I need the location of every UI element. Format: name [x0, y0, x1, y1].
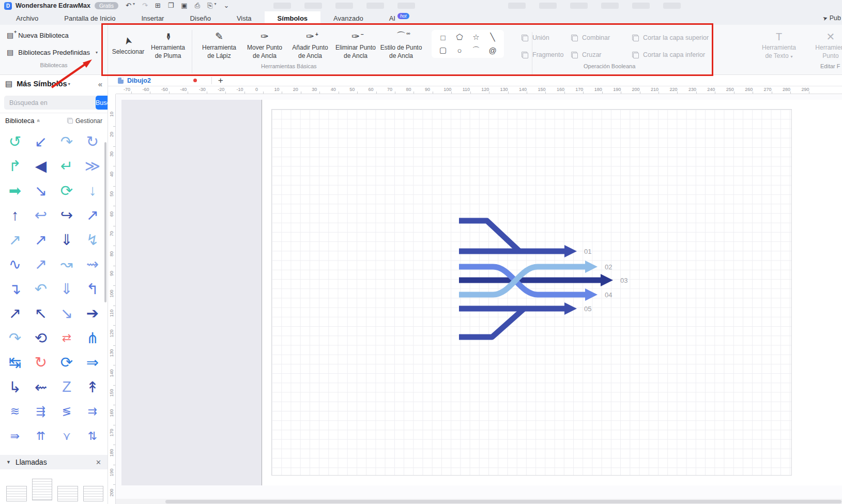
seleccionar-button[interactable]: ➤Seleccionar: [111, 28, 145, 56]
cortar-la-capa-inferior-button[interactable]: Cortar la capa inferior: [632, 51, 723, 58]
arrow-symbol[interactable]: ↘: [28, 178, 54, 203]
arrow-symbol[interactable]: ↶: [28, 277, 54, 301]
arrow-symbol[interactable]: ↴: [2, 277, 28, 301]
horizontal-scrollbar[interactable]: [116, 499, 842, 504]
arrow-symbol[interactable]: ↗: [28, 227, 54, 252]
arrow-symbol[interactable]: ⇓: [54, 277, 80, 301]
flow-merge-diagram[interactable]: 01 02 03 04 05: [116, 94, 842, 499]
añadir-punto-de-ancla-button[interactable]: ✑+Añadir Puntode Ancla: [287, 28, 333, 60]
arrow-symbol[interactable]: ⇝: [80, 252, 105, 277]
arrow-symbol[interactable]: ↙: [28, 129, 54, 154]
new-document-icon[interactable]: ⊞: [155, 2, 161, 10]
arrow-symbol[interactable]: ↻: [28, 350, 54, 375]
rounded-rectangle-shape-icon[interactable]: ▢: [439, 45, 447, 55]
arrow-symbol[interactable]: ∿: [2, 252, 28, 277]
menu-tab-diseño[interactable]: Diseño: [177, 11, 223, 25]
branch-bottom[interactable]: [459, 309, 524, 337]
arrow-symbol[interactable]: ↱: [2, 154, 28, 179]
line-shape-icon[interactable]: ╲: [490, 33, 495, 42]
arrow-symbol[interactable]: ⋔: [80, 326, 105, 350]
search-input[interactable]: [4, 96, 98, 110]
pentagon-shape-icon[interactable]: ⬠: [456, 33, 463, 42]
arc-shape-icon[interactable]: ⌒: [472, 45, 480, 55]
arrow-symbol[interactable]: ⇄: [54, 326, 80, 350]
callouts-section-header[interactable]: ▼ Llamadas ✕: [0, 455, 108, 469]
arrow-symbol[interactable]: ⟲: [28, 326, 54, 350]
arrow-symbol[interactable]: ➔: [80, 301, 105, 326]
arrow-symbol[interactable]: ↳: [2, 375, 28, 400]
arrow-symbol[interactable]: ↰: [80, 277, 105, 301]
collapse-sidebar-icon[interactable]: «: [98, 80, 102, 88]
arrow-symbol[interactable]: ➡: [2, 178, 28, 203]
menu-tab-pantalla-de-inicio[interactable]: Pantalla de Inicio: [51, 11, 128, 25]
document-tab[interactable]: Dibujo2: [127, 77, 151, 84]
callout-thumbnail[interactable]: [57, 486, 78, 501]
save-icon[interactable]: ▣: [181, 2, 187, 10]
arrow-symbol[interactable]: ↗: [2, 301, 28, 326]
arrow-symbol[interactable]: ◀: [28, 154, 54, 179]
arrow-symbol[interactable]: ⇶: [28, 400, 54, 424]
herramient-punto-button[interactable]: ✕HerramientPunto: [805, 28, 842, 61]
arrow-symbol[interactable]: ↻: [80, 129, 105, 154]
herramienta-de-pluma-button[interactable]: ✒Herramientade Pluma: [145, 28, 191, 60]
arrow-symbol[interactable]: ⋎: [54, 424, 80, 449]
close-icon[interactable]: ✕: [96, 459, 101, 466]
menu-tab-archivo[interactable]: Archivo: [3, 11, 51, 25]
arrow-symbol[interactable]: ⟳: [54, 178, 80, 203]
arrow-symbol[interactable]: ⇅: [80, 424, 105, 449]
arrow-symbol[interactable]: ↷: [2, 326, 28, 350]
arrow-symbol[interactable]: ↘: [54, 301, 80, 326]
mover-punto-de-ancla-button[interactable]: ✑Mover Puntode Ancla: [242, 28, 287, 60]
undo-caret-icon[interactable]: ▾: [133, 2, 135, 10]
menu-tab-insertar[interactable]: Insertar: [128, 11, 177, 25]
arrow-symbol[interactable]: ⇈: [28, 424, 54, 449]
arrow-symbol[interactable]: ↹: [2, 350, 28, 375]
herramienta-de-lápiz-button[interactable]: ✎Herramientade Lápiz: [196, 28, 242, 60]
undo-icon[interactable]: ↶: [126, 2, 131, 10]
publish-button[interactable]: ➤ Pub: [823, 11, 841, 25]
export-caret-icon[interactable]: ▾: [214, 2, 216, 10]
arrow-symbol[interactable]: ⇉: [80, 400, 105, 424]
print-icon[interactable]: ⎙: [195, 2, 200, 10]
callout-thumbnail[interactable]: [6, 486, 27, 501]
more-symbols-button[interactable]: Más Símbolos: [17, 80, 67, 88]
arrow-symbol[interactable]: ≫: [80, 154, 105, 179]
cortar-la-capa-superior-button[interactable]: Cortar la capa superior: [632, 34, 723, 41]
arrow-symbol[interactable]: ↩: [28, 203, 54, 228]
new-tab-button[interactable]: +: [218, 75, 223, 86]
arrow-symbol[interactable]: Z: [54, 375, 80, 400]
arrow-symbol[interactable]: ↖: [28, 301, 54, 326]
branch-top[interactable]: [459, 221, 519, 251]
menu-tab-símbolos[interactable]: Símbolos: [265, 11, 321, 25]
combinar-button[interactable]: Combinar: [571, 34, 632, 41]
star-shape-icon[interactable]: ☆: [472, 33, 479, 42]
unión-button[interactable]: Unión: [522, 34, 571, 41]
arrow-symbol[interactable]: ≋: [2, 400, 28, 424]
arrow-symbol[interactable]: ↝: [54, 252, 80, 277]
arrow-symbol[interactable]: ↟: [80, 375, 105, 400]
drawing-canvas[interactable]: 01 02 03 04 05: [116, 94, 842, 499]
menu-tab-avanzado[interactable]: Avanzado: [320, 11, 376, 25]
menu-tab-vista[interactable]: Vista: [224, 11, 265, 25]
arrow-symbol[interactable]: ↗: [28, 252, 54, 277]
arrow-symbol[interactable]: ↷: [54, 129, 80, 154]
arrow-symbol[interactable]: ↺: [2, 129, 28, 154]
callout-thumbnail[interactable]: [83, 486, 104, 501]
cruzar-button[interactable]: Cruzar: [571, 51, 632, 58]
arrow-symbol[interactable]: ↵: [54, 154, 80, 179]
menu-tab-ai[interactable]: AIhot: [376, 11, 422, 25]
horizontal-scrollbar-thumb[interactable]: [165, 500, 841, 503]
callout-thumbnail[interactable]: [32, 479, 53, 500]
herramienta-de-texto-button[interactable]: THerramientade Texto▾: [753, 28, 805, 61]
arrow-symbol[interactable]: ⇒: [80, 350, 105, 375]
arrow-symbol[interactable]: ↗: [80, 203, 105, 228]
export-icon[interactable]: ⎘: [207, 2, 212, 10]
redo-icon[interactable]: ↷: [142, 2, 148, 10]
new-library-button[interactable]: ▤+ Nueva Biblioteca: [0, 28, 108, 42]
arrow-symbol[interactable]: ≶: [54, 400, 80, 424]
manage-library-button[interactable]: Gestionar: [67, 117, 102, 125]
arrow-symbol[interactable]: ⟳: [54, 350, 80, 375]
collapse-ribbon-icon[interactable]: ⌄: [223, 2, 229, 10]
predefined-libraries-button[interactable]: ▤ Bibliotecas Predefinidas ▾: [0, 45, 108, 59]
arrow-symbol[interactable]: ⇛: [2, 424, 28, 449]
